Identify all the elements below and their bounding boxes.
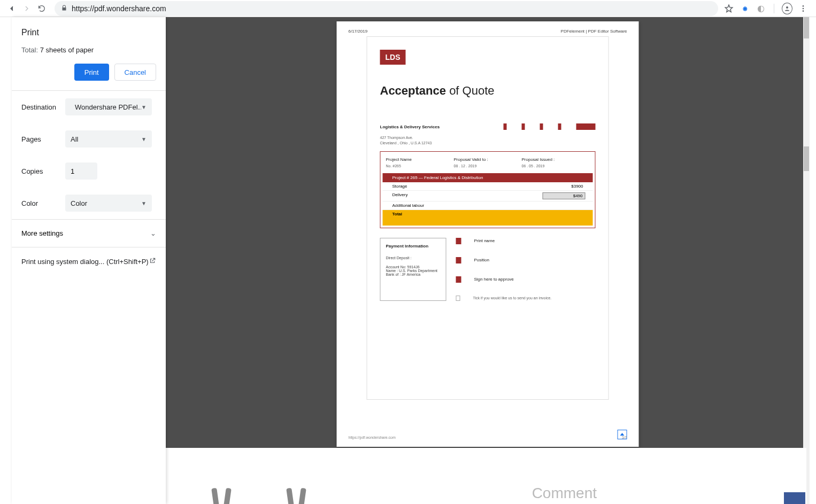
meta-v1: No. #265 [386,164,454,168]
pages-value: All [71,135,78,143]
company-address: 427 Thompson Ave. Cleveland , Ohio , U.S… [380,135,596,146]
destination-value: Wondershare PDFel… [75,103,141,111]
separator [774,4,774,13]
arrow-left-icon [7,4,16,13]
svg-point-2 [803,7,804,9]
sign-label: Print name [474,238,495,243]
addr-line2: Cleveland , Ohio , U.S.A 12743 [380,141,596,146]
payment-header: Payment Information [386,244,441,249]
total-value: 7 sheets of paper [40,46,94,54]
row-label: Delivery [392,192,543,199]
browser-right-icons: ◉ ◐ [723,3,812,14]
sign-row: Position [456,257,596,263]
preview-page: 6/17/2019 PDFelement | PDF Editor Softwa… [337,21,639,447]
preview-scrollbar[interactable] [803,17,810,504]
print-button[interactable]: Print [74,64,109,81]
destination-label: Destination [21,103,65,111]
checkbox-icon [456,296,460,301]
doc-title-rest: of Quote [446,84,495,97]
table-row: Storage $3900 [383,182,593,191]
project-bar: Project # 265 — Federal Logistics & Dist… [383,173,593,182]
address-bar[interactable]: https://pdf.wondershare.com [55,1,718,16]
meta-v3: 06 . 05 . 2019 [522,164,590,168]
print-preview-area: 6/17/2019 PDFelement | PDF Editor Softwa… [166,17,810,504]
payment-dd: Direct Deposit : [386,256,441,260]
document-body: LDS Acceptance of Quote Logistics & Deli… [367,36,609,400]
payment-info-box: Payment Information Direct Deposit : Acc… [380,238,447,301]
company-stripe-row: Logistics & Delivery Services [380,123,596,130]
lock-icon [61,4,67,13]
more-settings-toggle[interactable]: More settings ⌄ [12,220,166,247]
extension-icon-1[interactable]: ◉ [740,3,750,14]
sign-row: Print name [456,238,596,244]
meta-h3: Proposal Issued : [522,157,590,162]
url-text: https://pdf.wondershare.com [72,4,166,13]
copies-label: Copies [21,167,65,175]
more-settings-label: More settings [21,229,63,237]
payment-bank: Bank of : JF America [386,273,441,276]
meta-v2: 08 . 12 . 2019 [454,164,522,168]
system-dialog-link[interactable]: Print using system dialog... (Ctrl+Shift… [12,247,166,276]
row-label: Storage [392,184,541,189]
table-row: Additional labour [383,201,593,210]
print-header: Print Total: 7 sheets of paper [12,17,166,64]
row-label: Additional labour [392,203,541,208]
addr-line1: 427 Thompson Ave. [380,135,596,141]
copies-input[interactable] [65,162,97,180]
sign-row: Tick if you would like us to send you an… [456,296,596,301]
chevron-down-icon: ▼ [141,136,147,142]
page-footer: https://pdf.wondershare.com 3/7 [349,436,627,439]
payment-name: Name : U.S. Parks Department [386,269,441,273]
stripe-icon [540,123,543,130]
pages-row: Pages All ▼ [12,123,166,155]
total-prefix: Total: [21,46,40,54]
company-name: Logistics & Delivery Services [380,125,440,129]
meta-h1: Project Name [386,157,454,162]
pages-label: Pages [21,135,65,143]
print-dialog: Print Total: 7 sheets of paper Print Can… [12,17,166,504]
chevron-down-icon: ⌄ [150,229,156,237]
arrow-right-icon [22,4,31,13]
print-title: Print [21,28,156,37]
table-row: Delivery $490 [383,191,593,201]
main-area: 6/17/2019 PDFelement | PDF Editor Softwa… [0,17,816,504]
meta-values: No. #265 08 . 12 . 2019 06 . 05 . 2019 [381,162,595,173]
stripe-icon [504,123,507,130]
doc-title-bold: Acceptance [380,84,447,97]
profile-button[interactable] [782,3,792,14]
meta-h2: Proposal Valid to : [454,157,522,162]
destination-select[interactable]: Wondershare PDFel… ▼ [65,98,152,115]
doc-title: Acceptance of Quote [380,84,596,98]
extension-icon-2[interactable]: ◐ [756,3,766,14]
avatar-icon [782,3,792,14]
cancel-button[interactable]: Cancel [114,64,156,81]
reload-icon [37,4,46,13]
proposal-meta-box: Project Name Proposal Valid to : Proposa… [380,151,596,228]
marker-icon [456,257,461,263]
copies-row: Copies [12,155,166,187]
table-total-row: Total [383,210,593,218]
scrollbar-thumb[interactable] [804,17,809,38]
page-date: 6/17/2019 [349,29,368,34]
payment-acct: Account No: 5914J6 [386,265,441,269]
page-behind-strip [166,448,806,504]
pages-select[interactable]: All ▼ [65,130,152,148]
color-select[interactable]: Color ▼ [65,195,152,212]
meta-headers: Project Name Proposal Valid to : Proposa… [381,157,595,162]
marker-icon [456,276,461,283]
menu-button[interactable] [798,3,809,14]
color-label: Color [21,199,65,207]
print-actions: Print Cancel [12,64,166,90]
sign-label: Tick if you would like us to send you an… [473,296,552,300]
back-button[interactable] [4,1,19,16]
decorative-stripes [504,123,596,130]
browser-toolbar: https://pdf.wondershare.com ◉ ◐ [0,0,816,17]
reload-button[interactable] [34,1,49,16]
svg-point-3 [803,10,804,12]
forward-button[interactable] [19,1,34,16]
star-icon[interactable] [723,3,734,14]
marker-icon [456,238,461,244]
scrollbar-thumb[interactable] [804,146,809,171]
color-row: Color Color ▼ [12,187,166,219]
page-header-title: PDFelement | PDF Editor Software [561,29,627,34]
